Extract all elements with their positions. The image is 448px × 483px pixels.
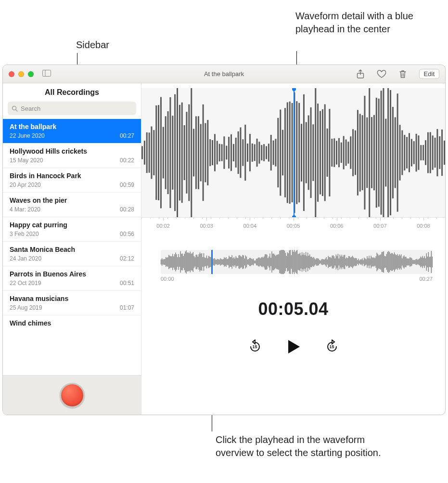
svg-rect-361 (379, 256, 379, 269)
trash-icon[interactable] (399, 70, 407, 78)
svg-rect-14 (158, 105, 159, 200)
svg-rect-312 (331, 258, 332, 266)
sidebar-toggle-icon[interactable] (42, 70, 51, 78)
skip-back-button[interactable]: 15 (248, 339, 262, 354)
share-icon[interactable] (357, 69, 364, 79)
svg-rect-273 (293, 252, 294, 273)
svg-rect-382 (399, 254, 399, 270)
svg-rect-271 (291, 255, 292, 269)
svg-rect-147 (170, 256, 171, 268)
svg-rect-344 (362, 258, 362, 265)
list-item[interactable]: Havana musicians 25 Aug 201901:07 (3, 291, 141, 315)
time-ruler[interactable]: 00:0200:0300:0400:0500:0600:0700:08 (141, 217, 445, 233)
record-button[interactable] (60, 383, 85, 408)
svg-rect-126 (420, 145, 422, 160)
ruler-tick: 00:03 (200, 223, 213, 229)
list-item[interactable]: Happy cat purring 3 Feb 202000:56 (3, 217, 141, 242)
svg-rect-352 (370, 259, 370, 265)
svg-rect-41 (221, 144, 223, 161)
svg-rect-408 (424, 256, 425, 268)
svg-rect-368 (385, 256, 386, 268)
waveform-overview[interactable] (161, 250, 433, 274)
svg-rect-233 (254, 261, 255, 263)
svg-rect-19 (169, 97, 171, 208)
svg-rect-223 (244, 259, 245, 266)
play-button[interactable] (285, 339, 302, 355)
svg-rect-165 (188, 252, 189, 271)
minimize-window-button[interactable] (18, 71, 24, 77)
list-item-title: Santa Monica Beach (10, 246, 134, 253)
svg-rect-337 (355, 258, 356, 266)
list-item[interactable]: Birds in Hancock Park 20 Apr 202000:59 (3, 168, 141, 193)
playhead[interactable] (294, 89, 294, 217)
close-window-button[interactable] (9, 71, 14, 77)
svg-rect-77 (306, 122, 307, 183)
svg-rect-132 (435, 138, 436, 168)
list-item[interactable]: Waves on the pier 4 Mar: 202000:28 (3, 193, 141, 217)
list-item[interactable]: Hollywood Hills crickets 15 May 202000:2… (3, 144, 141, 168)
svg-rect-193 (215, 260, 216, 264)
svg-rect-250 (270, 258, 271, 266)
svg-rect-347 (365, 259, 365, 265)
svg-rect-172 (195, 257, 195, 266)
svg-rect-397 (413, 260, 414, 264)
record-bar (3, 375, 141, 415)
svg-rect-298 (317, 258, 318, 265)
svg-rect-211 (233, 258, 233, 265)
svg-rect-98 (355, 131, 356, 175)
svg-rect-268 (288, 253, 289, 271)
svg-rect-167 (190, 251, 191, 272)
list-item-duration: 00:51 (120, 280, 134, 287)
search-input[interactable]: Search (8, 102, 136, 115)
svg-rect-293 (312, 258, 313, 266)
svg-rect-253 (273, 254, 274, 271)
svg-rect-291 (310, 257, 311, 267)
svg-rect-83 (320, 111, 321, 194)
sidebar: All Recordings Search At the ballpark 22… (3, 83, 141, 415)
svg-rect-171 (194, 256, 194, 268)
svg-rect-38 (214, 134, 216, 171)
edit-button[interactable]: Edit (419, 69, 439, 79)
recordings-list[interactable]: At the ballpark 22 June 202000:27 Hollyw… (3, 119, 141, 375)
favorite-icon[interactable] (377, 70, 386, 78)
list-item[interactable]: At the ballpark 22 June 202000:27 (3, 119, 141, 144)
svg-rect-267 (287, 252, 288, 272)
list-item[interactable]: Wind chimes (3, 315, 141, 333)
skip-back-amount: 15 (252, 344, 257, 349)
svg-rect-355 (372, 258, 373, 266)
svg-rect-214 (236, 256, 236, 268)
svg-rect-81 (315, 88, 316, 217)
svg-rect-182 (205, 258, 205, 267)
svg-rect-166 (189, 253, 190, 271)
svg-rect-202 (224, 257, 224, 267)
svg-rect-336 (354, 258, 355, 266)
svg-rect-338 (356, 258, 357, 266)
svg-rect-221 (243, 255, 243, 269)
svg-rect-299 (318, 259, 319, 265)
svg-rect-363 (381, 254, 381, 270)
svg-rect-163 (186, 250, 187, 274)
svg-rect-204 (226, 257, 226, 267)
svg-rect-105 (371, 117, 372, 188)
list-item[interactable]: Santa Monica Beach 24 Jan 202002:12 (3, 242, 141, 266)
svg-rect-150 (173, 256, 174, 268)
waveform-detail[interactable]: 00:0200:0300:0400:0500:0600:0700:08 (141, 88, 445, 233)
svg-rect-82 (317, 104, 319, 202)
svg-rect-138 (162, 258, 162, 266)
svg-rect-10 (149, 132, 150, 172)
svg-rect-113 (390, 90, 391, 215)
skip-forward-button[interactable]: 15 (325, 339, 339, 354)
list-item-date: 22 Oct 2019 (10, 280, 41, 287)
list-item[interactable]: Parrots in Buenos Aires 22 Oct 201900:51 (3, 266, 141, 291)
svg-rect-308 (327, 260, 328, 265)
svg-rect-242 (263, 258, 263, 266)
svg-rect-395 (411, 258, 412, 265)
svg-rect-137 (161, 260, 161, 264)
zoom-window-button[interactable] (28, 71, 34, 77)
list-item-date: 3 Feb 2020 (10, 231, 39, 237)
svg-rect-197 (219, 260, 219, 264)
overview-playhead[interactable] (211, 250, 213, 274)
svg-rect-366 (384, 251, 384, 273)
svg-rect-44 (228, 137, 230, 169)
svg-rect-237 (258, 258, 258, 266)
